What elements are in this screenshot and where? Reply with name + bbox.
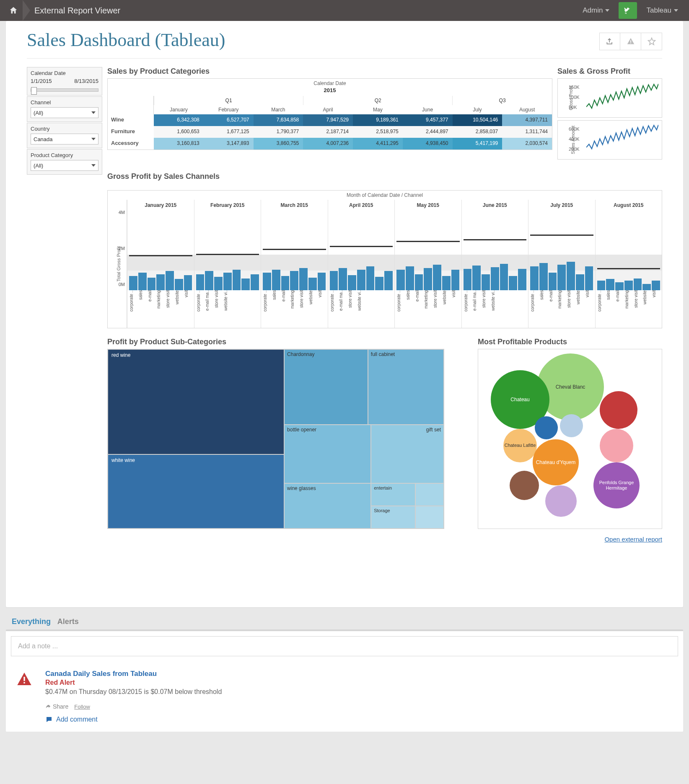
cell[interactable]: 2,030,574 [502,138,552,150]
tm-bottle[interactable]: bottle opener [284,425,370,483]
bubble-brown[interactable] [510,471,539,500]
bubble-penfolds[interactable]: Penfolds Grange Hermitage [593,462,640,508]
tick: 600K [569,124,580,134]
filter-date-start: 1/1/2015 [31,78,52,84]
bubble-title: Most Profitable Products [478,338,662,346]
chevron-down-icon [91,111,96,114]
add-note-input[interactable]: Add a note ... [11,636,678,656]
share-button[interactable] [599,33,620,50]
date-slider[interactable] [31,88,98,92]
tm-cabinet[interactable]: full cabinet [368,350,443,425]
cell[interactable]: 4,007,236 [303,138,353,150]
home-icon [9,6,18,15]
cell[interactable]: 1,677,125 [204,126,254,138]
bubble-red[interactable] [600,391,637,429]
bird-indicator[interactable] [616,0,640,21]
tm-chardonnay[interactable]: Chardonnay [284,350,368,425]
row-wine-label: Wine [108,114,154,126]
spark-title: Sales & Gross Profit [557,67,662,76]
note-title[interactable]: Canada Daily Sales from Tableau [45,670,673,678]
sales-year: 2015 [108,86,552,96]
note-follow[interactable]: Follow [74,704,90,710]
chevron-down-icon [91,164,96,167]
comment-icon [45,716,53,723]
cell[interactable]: 3,160,813 [154,138,204,150]
bubble-lightblue[interactable] [560,414,583,437]
spark-gross-profit[interactable]: Gross Profit 150K 100K 50K [557,78,662,118]
cell[interactable]: 3,860,755 [254,138,303,150]
tab-alerts[interactable]: Alerts [57,616,84,629]
add-comment[interactable]: Add comment [45,716,673,723]
channel-select[interactable]: (All) [31,107,98,118]
tab-everything[interactable]: Everything [12,616,56,629]
row-wine: Wine 6,342,308 6,527,707 7,634,858 7,947… [108,114,552,126]
filter-category-label: Product Category [31,152,98,158]
m-jul: July [453,105,503,114]
bubble-lavender[interactable] [545,485,577,517]
tm-entertain[interactable]: entertain [370,484,415,506]
row-accessory: Accessory 3,160,813 3,147,893 3,860,755 … [108,138,552,150]
svg-rect-2 [23,677,25,681]
bubble-lafitte[interactable]: Chateau Lafitte [503,429,537,462]
cell[interactable]: 1,311,744 [502,126,552,138]
add-comment-label: Add comment [56,716,98,723]
note-item: Canada Daily Sales from Tableau Red Aler… [6,661,683,732]
star-icon [647,37,656,46]
note-share[interactable]: Share [45,703,68,710]
cell[interactable]: 10,504,146 [453,114,503,126]
cell[interactable]: 5,417,199 [453,138,503,150]
m-feb: February [204,105,254,114]
cell[interactable]: 6,342,308 [154,114,204,126]
cell[interactable]: 7,634,858 [254,114,303,126]
tm-small-2[interactable] [415,506,443,528]
tm-gift[interactable]: gift set [370,425,443,483]
admin-label: Admin [583,6,603,15]
gp-section-title: Gross Profit by Sales Channels [107,172,662,181]
tm-storage[interactable]: Storage [370,506,415,528]
treemap[interactable]: red wine white wine Chardonnay full cabi… [107,349,444,529]
filters-sidebar: Calendar Date 1/1/2015 8/13/2015 Channel… [27,67,102,543]
main-panel: Sales Dashboard (Tableau) Calendar Date … [6,21,683,607]
cell[interactable]: 4,938,450 [403,138,453,150]
tableau-menu[interactable]: Tableau [640,0,685,21]
cell[interactable]: 7,947,529 [303,114,353,126]
svg-rect-3 [23,682,25,683]
bubble-blue-small[interactable] [535,416,558,439]
share-label: Share [53,703,68,710]
m-apr: April [303,105,353,114]
favorite-button[interactable] [641,33,662,50]
gp-chart[interactable]: Month of Calendar Date / Channel Total G… [107,190,662,328]
open-report-link[interactable]: Open external report [604,536,662,543]
cell[interactable]: 2,187,714 [303,126,353,138]
cell[interactable]: 1,600,653 [154,126,204,138]
cell[interactable]: 1,790,377 [254,126,303,138]
cell[interactable]: 4,397,711 [502,114,552,126]
q2: Q2 [303,96,452,105]
q1: Q1 [154,96,303,105]
tm-small-1[interactable] [415,484,443,506]
bubble-yquem[interactable]: Chateau d'Yquem [533,439,579,485]
cell[interactable]: 2,858,037 [453,126,503,138]
alert-triangle-icon [16,671,33,689]
cell[interactable]: 2,444,897 [403,126,453,138]
cell[interactable]: 2,518,975 [353,126,403,138]
bubble-pink[interactable] [600,429,633,462]
cell[interactable]: 9,189,361 [353,114,403,126]
cell[interactable]: 3,147,893 [204,138,254,150]
cell[interactable]: 9,457,377 [403,114,453,126]
cell[interactable]: 6,527,707 [204,114,254,126]
country-select[interactable]: Canada [31,134,98,144]
spark-sales-amount[interactable]: Sales Amount 600K 400K 200K [557,120,662,160]
category-select[interactable]: (All) [31,160,98,171]
bird-icon [623,5,633,15]
tm-white-wine[interactable]: white wine [108,455,284,528]
bubble-chart[interactable]: Cheval Blanc Chateau Chateau Lafitte Cha… [478,349,662,529]
cell[interactable]: 4,411,295 [353,138,403,150]
gp-spark-svg [586,82,658,113]
tm-red-wine[interactable]: red wine [108,350,284,455]
tm-glasses[interactable]: wine glasses [284,484,370,529]
admin-menu[interactable]: Admin [576,0,616,21]
home-button[interactable] [4,0,23,21]
alert-button[interactable] [620,33,641,50]
notes-panel: Add a note ... Canada Daily Sales from T… [6,629,683,732]
